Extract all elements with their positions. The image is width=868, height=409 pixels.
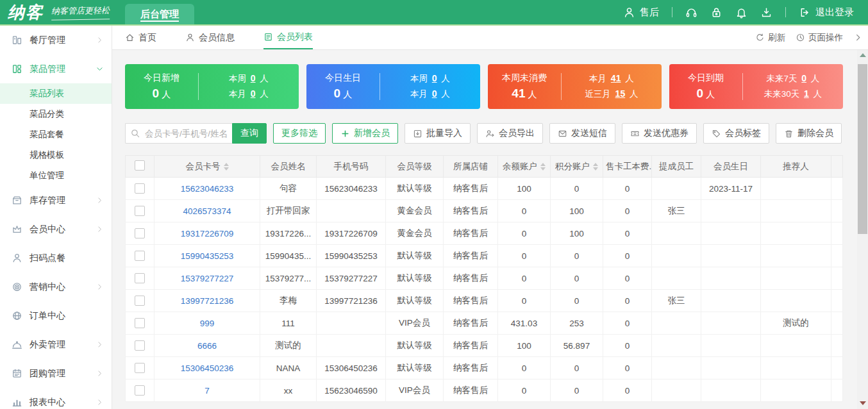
member-card-no-link[interactable]: 15623046233 [181, 184, 234, 194]
sidebar-item-report[interactable]: 报表中心 [0, 388, 112, 409]
column-header-balance[interactable]: 余额账户 [498, 156, 551, 178]
row-checkbox[interactable] [135, 385, 145, 396]
column-header-card_no[interactable]: 会员卡号 [154, 156, 260, 178]
batch-import-button[interactable]: 批量导入 [405, 123, 471, 144]
tab-member-list[interactable]: 会员列表 [263, 26, 313, 49]
row-checkbox[interactable] [135, 183, 145, 194]
stat-link[interactable]: 41 [611, 73, 621, 83]
select-all-checkbox[interactable] [135, 160, 145, 171]
sidebar-item-restaurant[interactable]: 餐厅管理 [0, 26, 112, 54]
send-sms-button[interactable]: 发送短信 [549, 123, 615, 144]
column-header-points[interactable]: 积分账户 [551, 156, 603, 178]
download-button[interactable] [760, 6, 772, 19]
sort-icon[interactable] [593, 163, 598, 171]
sidebar-item-dish-combo[interactable]: 菜品套餐 [0, 124, 112, 145]
stat-link[interactable]: 15 [615, 88, 626, 99]
row-checkbox[interactable] [135, 296, 145, 306]
add-member-button[interactable]: 新增会员 [332, 123, 398, 144]
row-checkbox[interactable] [135, 228, 145, 238]
aftersale-button[interactable]: 售后 [623, 6, 659, 19]
member-card-no-link[interactable]: 7 [204, 386, 210, 396]
tab-home[interactable]: 首页 [125, 26, 156, 49]
scrollbar[interactable] [857, 50, 868, 409]
sidebar-item-unit-management[interactable]: 单位管理 [0, 165, 112, 186]
chevron-right-icon[interactable] [853, 33, 863, 42]
row-checkbox[interactable] [135, 206, 145, 216]
sidebar-item-member-center[interactable]: 会员中心 [0, 215, 112, 244]
cell-birthday [701, 222, 761, 245]
logout-button[interactable]: 退出登录 [799, 6, 854, 19]
table-row: 6666测试的默认等级纳客售后10056.8970 [126, 335, 843, 357]
more-filter-button[interactable]: 更多筛选 [273, 123, 326, 144]
sort-icon[interactable] [224, 163, 229, 171]
cell-balance: 100 [498, 335, 551, 357]
stat-link[interactable]: 0 [801, 73, 806, 83]
cell-level: 默认等级 [386, 290, 444, 312]
stat-link[interactable]: 0 [432, 88, 437, 99]
member-card-no-link[interactable]: 4026573374 [183, 206, 231, 216]
sidebar-item-dish-category[interactable]: 菜品分类 [0, 104, 112, 124]
stat-link[interactable]: 1 [804, 88, 809, 99]
delete-member-button[interactable]: 删除会员 [776, 123, 842, 144]
stat-card-birthday-today: 今日生日0人本周 0 人本月 0 人 [306, 64, 480, 109]
sidebar-item-takeout[interactable]: 外卖管理 [0, 330, 112, 359]
member-card-no-link[interactable]: 999 [200, 319, 215, 328]
column-header-card_fee[interactable]: 售卡工本费... [603, 156, 652, 178]
search-button[interactable]: 查询 [232, 123, 267, 144]
tab-member-info[interactable]: 会员信息 [185, 26, 235, 49]
scroll-up-arrow[interactable] [857, 53, 868, 57]
cell-points: 253 [551, 312, 603, 335]
member-card-no-link[interactable]: 15379277227 [181, 274, 234, 283]
refresh-button[interactable]: 刷新 [755, 32, 785, 44]
sidebar-item-inventory[interactable]: 库存管理 [0, 186, 112, 215]
row-checkbox[interactable] [135, 251, 145, 261]
chevron-right-icon [96, 340, 104, 349]
member-card-no-link[interactable]: 15306450236 [181, 363, 234, 373]
bell-button[interactable] [735, 6, 747, 19]
cell-name: 15990435... [260, 245, 317, 267]
sidebar-item-spec-template[interactable]: 规格模板 [0, 145, 112, 165]
cell-staff: 张三 [652, 290, 701, 312]
member-card-no-link[interactable]: 6666 [197, 341, 217, 351]
sidebar-item-dish-management[interactable]: 菜品管理 [0, 54, 112, 83]
cell-name: 测试的 [260, 335, 317, 357]
row-checkbox[interactable] [135, 363, 145, 373]
cell-points: 0 [551, 245, 603, 267]
row-checkbox[interactable] [135, 340, 145, 351]
sidebar-item-dish-list[interactable]: 菜品列表 [0, 83, 112, 104]
stat-link[interactable]: 0 [251, 73, 256, 83]
column-label: 售卡工本费... [606, 161, 652, 172]
member-card-no-link[interactable]: 19317226709 [181, 229, 234, 238]
logo-text: 纳客 [8, 1, 44, 24]
page-ops-button[interactable]: 页面操作 [796, 32, 843, 44]
sidebar-item-order-center[interactable]: 订单中心 [0, 301, 112, 330]
export-member-button[interactable]: 会员导出 [477, 123, 543, 144]
headset-button[interactable] [685, 6, 697, 19]
cell-level: VIP会员 [386, 312, 444, 335]
sort-icon[interactable] [540, 163, 546, 171]
cell-card_fee: 0 [603, 380, 652, 402]
cell-staff [652, 312, 701, 335]
send-coupon-button[interactable]: 发送优惠券 [622, 123, 697, 144]
sidebar-submenu: 菜品列表菜品分类菜品套餐规格模板单位管理 [0, 83, 112, 186]
cell-phone: 15623046233 [317, 178, 386, 200]
stat-link[interactable]: 0 [251, 88, 256, 99]
row-checkbox[interactable] [135, 318, 145, 328]
member-card-no-link[interactable]: 13997721236 [181, 296, 234, 306]
lock-button[interactable] [710, 6, 722, 19]
member-card-no-link[interactable]: 15990435253 [181, 251, 234, 261]
nav-tab-admin[interactable]: 后台管理 [125, 4, 194, 24]
search-input[interactable] [125, 123, 232, 144]
nav-tab-admin-label: 后台管理 [140, 8, 179, 21]
sidebar-item-groupbuy[interactable]: 团购管理 [0, 359, 112, 388]
sidebar-item-marketing[interactable]: 营销中心 [0, 272, 112, 301]
sidebar-item-scan-order[interactable]: 扫码点餐 [0, 244, 112, 272]
row-checkbox[interactable] [135, 273, 145, 283]
scroll-thumb[interactable] [858, 64, 867, 234]
cell-filler [831, 267, 843, 290]
cell-referrer [761, 357, 831, 380]
scroll-down-arrow[interactable] [857, 401, 868, 405]
member-tag-button[interactable]: 会员标签 [703, 123, 769, 144]
stat-link[interactable]: 0 [432, 73, 437, 83]
cell-filler [831, 245, 843, 267]
